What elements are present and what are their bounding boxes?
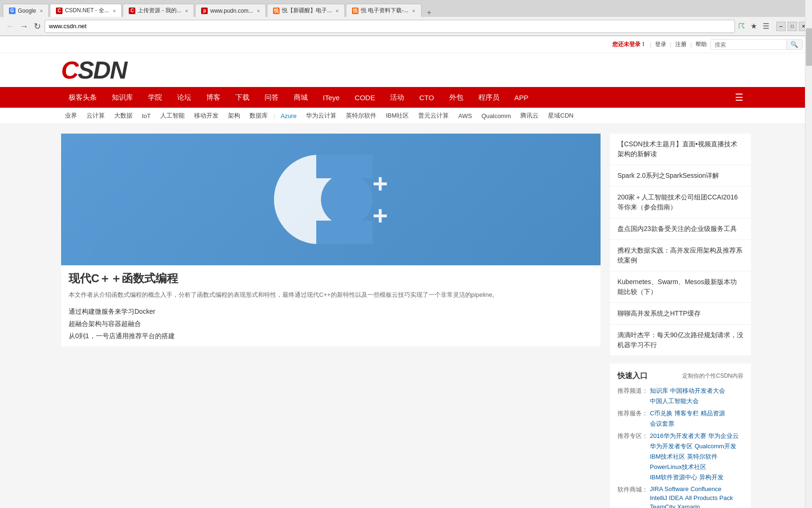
search-button[interactable]: 🔍 [786,40,802,49]
art-item-2[interactable]: 200家＋人工智能技术公司组团CCAI2016等你来（参会指南） [610,187,751,218]
sub-huawei-cloud[interactable]: 华为云计算 [302,111,340,121]
tab-download[interactable]: 悦 悦 电子资料下载-... × [346,4,422,17]
nav-shop[interactable]: 商城 [286,88,315,107]
nav-headline[interactable]: 极客头条 [61,88,104,107]
quick-link-2-8[interactable]: 异构开发 [699,473,724,482]
sub-industry[interactable]: 业界 [61,111,81,121]
sub-mobile[interactable]: 移动开发 [190,111,222,121]
scrollbar-thumb[interactable] [806,28,812,66]
quick-customize[interactable]: 定制你的个性CSDN内容 [682,372,743,380]
shield-icon[interactable]: ☈ [737,20,746,32]
quick-link-0-0[interactable]: 知识库 [650,387,668,395]
nav-qa[interactable]: 问答 [257,88,286,107]
art-item-5[interactable]: Kubernetes、Swarm、Mesos最新版本功能比较（下） [610,271,751,303]
tab-xinxiang[interactable]: 悦 悦【新疆醒】电子... × [267,4,344,17]
nav-knowledge[interactable]: 知识库 [104,88,141,107]
tab-close-google[interactable]: × [40,8,43,14]
back-button[interactable]: ← [4,20,16,32]
art-item-0[interactable]: 【CSDN技术主题月】直面•视频直播技术架构的新解读 [610,134,751,165]
nav-activity[interactable]: 活动 [383,88,412,107]
quick-link-2-1[interactable]: 华为企业云 [708,432,739,440]
quick-link-1-1[interactable]: 博客专栏 [674,409,699,418]
nav-outsource[interactable]: 外包 [442,88,471,107]
quick-link-3-2[interactable]: IntelliJ IDEA [650,494,683,501]
nav-download[interactable]: 下载 [228,88,257,107]
art-item-1[interactable]: Spark 2.0系列之SparkSession详解 [610,165,751,187]
nav-code[interactable]: CODE [347,89,383,106]
nav-forum[interactable]: 论坛 [170,88,199,107]
sub-cloud[interactable]: 云计算 [83,111,109,121]
sub-database[interactable]: 数据库 [246,111,272,121]
sub-azure[interactable]: Azure [277,111,300,120]
minimize-button[interactable]: – [776,22,786,31]
quick-link-1-2[interactable]: 精品资源 [701,409,725,418]
address-bar[interactable] [45,20,735,33]
quick-link-2-4[interactable]: IBM技术社区 [650,452,685,461]
quick-link-3-3[interactable]: All Products Pack [685,494,733,501]
featured-image[interactable]: + + [61,134,601,265]
tab-close-xinxiang[interactable]: × [336,8,338,14]
quick-link-2-5[interactable]: 英特尔软件 [687,452,718,461]
nav-app[interactable]: APP [507,89,536,106]
hamburger-menu[interactable]: ☰ [727,87,751,108]
tab-close-csdn[interactable]: × [113,8,116,14]
csdn-logo[interactable]: CSDN [61,58,126,82]
search-input[interactable] [711,40,786,49]
tab-close-pudn[interactable]: × [257,8,260,14]
art-item-3[interactable]: 盘点国内23款备受关注的企业级服务工具 [610,218,751,240]
quick-link-2-7[interactable]: IBM软件资源中心 [650,473,697,482]
quick-link-2-6[interactable]: PowerLinux技术社区 [650,463,706,471]
nav-cto[interactable]: CTO [412,89,441,106]
register-link[interactable]: 注册 [675,40,687,48]
scrollbar[interactable] [805,0,812,508]
tab-csdn[interactable]: C CSDN.NET - 全... × [50,4,122,17]
refresh-button[interactable]: ↻ [32,20,43,32]
forward-button[interactable]: → [18,20,30,32]
new-tab-button[interactable]: + [423,8,435,17]
art-item-6[interactable]: 聊聊高并发系统之HTTP缓存 [610,303,751,325]
quick-link-0-2[interactable]: 中国人工智能大会 [650,397,699,405]
tab-bar: G Google × C CSDN.NET - 全... × C 上传资源 - … [0,0,812,17]
tab-upload[interactable]: C 上传资源 - 我的... × [123,4,194,17]
quick-link-3-0[interactable]: JIRA Software [650,485,688,492]
sub-bigdata[interactable]: 大数据 [110,111,136,121]
quick-link-0-1[interactable]: 中国移动开发者大会 [670,387,725,395]
article-below-2[interactable]: 从0到1，一号店通用推荐平台的搭建 [61,330,601,342]
help-link[interactable]: 帮助 [695,40,707,48]
quick-link-2-3[interactable]: Qualcomm开发 [695,442,736,451]
nav-iteye[interactable]: ITeye [315,89,347,106]
article-below-0[interactable]: 通过构建微服务来学习Docker [61,306,601,318]
quick-link-2-2[interactable]: 华为开发者专区 [650,442,693,451]
tab-pudn[interactable]: p www.pudn.com... × [195,4,266,17]
quick-link-3-4[interactable]: TeamCity [650,503,675,508]
sub-tencent[interactable]: 腾讯云 [516,111,542,121]
quick-link-3-1[interactable]: Confluence [690,485,721,492]
sub-ibm[interactable]: IBM社区 [382,111,413,121]
featured-title[interactable]: 现代C＋＋函数式编程 [61,265,601,290]
tab-close-upload[interactable]: × [185,8,188,14]
quick-link-2-0[interactable]: 2016华为开发者大赛 [650,432,706,440]
art-item-7[interactable]: 滴滴叶杰平：每天90亿次路径规划请求，没机器学习不行 [610,325,751,356]
article-below-1[interactable]: 超融合架构与容器超融合 [61,318,601,330]
sub-qualcomm[interactable]: Qualcomm [477,111,515,120]
sub-intel[interactable]: 英特尔软件 [342,111,380,121]
art-item-4[interactable]: 携程大数据实践：高并发应用架构及推荐系统案例 [610,240,751,271]
sub-arch[interactable]: 架构 [224,111,244,121]
sub-ai[interactable]: 人工智能 [156,111,188,121]
nav-programmer[interactable]: 程序员 [471,88,507,107]
nav-academy[interactable]: 学院 [141,88,170,107]
sub-xingyu[interactable]: 星域CDN [544,111,577,121]
star-icon[interactable]: ★ [749,20,758,32]
sub-puyun[interactable]: 普元云计算 [414,111,453,121]
tab-close-download[interactable]: × [412,8,415,14]
sub-aws[interactable]: AWS [454,111,476,120]
login-link[interactable]: 登录 [655,40,666,48]
nav-blog[interactable]: 博客 [199,88,228,107]
quick-link-3-5[interactable]: Xamarin [677,503,700,508]
quick-link-1-3[interactable]: 会议套票 [650,420,674,428]
maximize-button[interactable]: □ [788,22,797,31]
quick-link-1-0[interactable]: C币兑换 [650,409,672,418]
menu-icon[interactable]: ☰ [761,20,771,32]
tab-google[interactable]: G Google × [3,4,49,17]
sub-iot[interactable]: IoT [138,111,155,120]
